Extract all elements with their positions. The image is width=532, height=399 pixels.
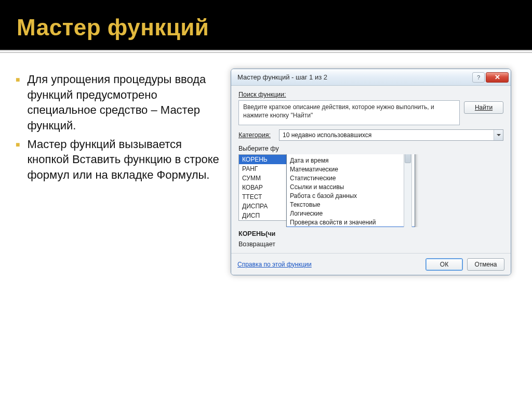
scrollbar[interactable] [404,154,412,227]
bullet-item: Для упрощения процедуры ввода функций пр… [16,72,223,134]
select-function-label: Выберите фу [238,145,503,152]
dialog-footer: Справка по этой функции ОК Отмена [231,253,511,275]
slide: Мастер функций Для упрощения процедуры в… [0,0,532,399]
dialog-column: Мастер функций - шаг 1 из 2 ? ✕ Поиск фу… [231,69,522,389]
category-dropdown-panel[interactable]: Полный алфавитный переченьФинансовыеДата… [286,154,415,227]
dropdown-item[interactable]: Логические [287,209,415,218]
function-wizard-dialog: Мастер функций - шаг 1 из 2 ? ✕ Поиск фу… [231,69,511,275]
help-link[interactable]: Справка по этой функции [237,261,312,268]
search-label: Поиск функции: [238,91,286,98]
chevron-down-icon[interactable] [494,130,503,140]
content-area: Для упрощения процедуры ввода функций пр… [0,53,532,399]
dropdown-item[interactable]: Инженерные [287,227,415,227]
dropdown-item[interactable]: Ссылки и массивы [287,182,415,191]
bullet-item: Мастер функций вызывается кнопкой Встави… [16,137,223,183]
search-input[interactable]: Введите краткое описание действия, котор… [238,100,460,125]
scroll-thumb[interactable] [405,154,411,163]
dialog-body: Поиск функции: Введите краткое описание … [231,86,511,275]
dropdown-item[interactable]: Математические [287,165,415,174]
function-description: КОРЕНЬ(чи [238,230,503,237]
dropdown-item[interactable]: Проверка свойств и значений [287,218,415,227]
dropdown-item[interactable]: Дата и время [287,156,415,165]
find-button[interactable]: Найти [464,101,503,114]
cancel-button[interactable]: Отмена [467,258,504,271]
dialog-titlebar[interactable]: Мастер функций - шаг 1 из 2 ? ✕ [231,69,511,86]
title-bar: Мастер функций [0,0,532,50]
dropdown-item[interactable]: Текстовые [287,200,415,209]
function-list-area: КОРЕНЬРАНГСУММКОВАРТТЕСТДИСПРАДИСП Полны… [238,154,503,227]
slide-title: Мастер функций [17,15,515,41]
close-icon[interactable]: ✕ [486,72,509,83]
dialog-title: Мастер функций - шаг 1 из 2 [237,73,471,81]
function-return: Возвращает [238,241,503,248]
ok-button[interactable]: ОК [425,258,463,271]
category-combo[interactable]: 10 недавно использовавшихся [279,129,503,141]
category-label: Категория: [238,131,275,139]
category-value: 10 недавно использовавшихся [283,131,371,139]
text-column: Для упрощения процедуры ввода функций пр… [16,69,223,389]
dropdown-item[interactable]: Статистические [287,174,415,182]
help-icon[interactable]: ? [472,72,485,83]
bullet-list: Для упрощения процедуры ввода функций пр… [16,72,223,183]
dropdown-item[interactable]: Работа с базой данных [287,191,415,200]
